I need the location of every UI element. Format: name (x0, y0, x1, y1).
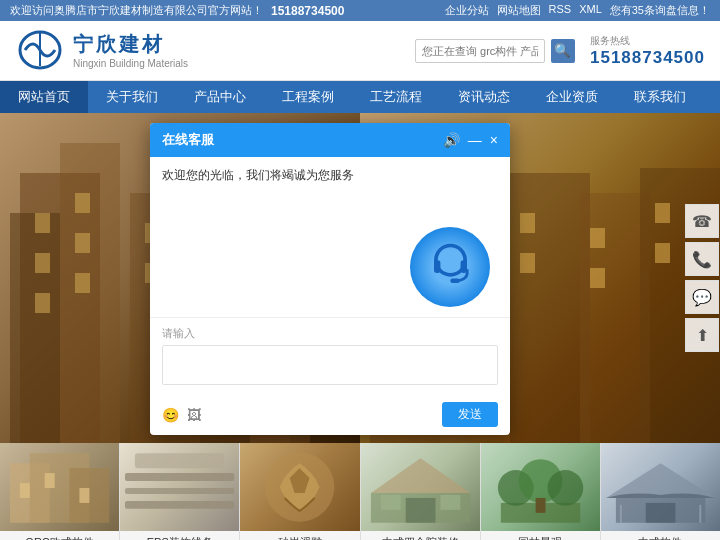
nav-item-about[interactable]: 关于我们 (88, 81, 176, 113)
svg-rect-44 (125, 473, 234, 481)
emoji-icon[interactable]: 😊 (162, 407, 179, 423)
float-call-button[interactable]: 📞 (685, 242, 719, 276)
nav-item-qualifications[interactable]: 企业资质 (528, 81, 616, 113)
svg-rect-42 (45, 473, 55, 488)
logo-icon (15, 28, 65, 73)
svg-rect-33 (655, 243, 670, 263)
float-phone-button[interactable]: ☎ (685, 204, 719, 238)
product-item-eps[interactable]: EPS装饰线条 (120, 443, 240, 540)
nav-item-home[interactable]: 网站首页 (0, 81, 88, 113)
banner-link-sitemap[interactable]: 网站地图 (497, 3, 541, 18)
banner-link-rss[interactable]: RSS (549, 3, 572, 18)
product-item-chinese[interactable]: 中式构件 (601, 443, 720, 540)
float-top-button[interactable]: ⬆ (685, 318, 719, 352)
product-label-garden: 园林景观 (481, 531, 600, 540)
svg-rect-47 (135, 453, 224, 468)
product-thumb-grc (0, 443, 119, 531)
image-icon[interactable]: 🖼 (187, 407, 201, 423)
navigation: 网站首页 关于我们 产品中心 工程案例 工艺流程 资讯动态 企业资质 联系我们 (0, 81, 720, 113)
product-label-courtyard: 中式四合院装修 (361, 531, 480, 540)
svg-rect-41 (20, 483, 30, 498)
product-label-grc: GRC欧式构件 (0, 531, 119, 540)
product-item-sandstone[interactable]: 砂岩浮雕 (240, 443, 360, 540)
nav-item-projects[interactable]: 工程案例 (264, 81, 352, 113)
product-grid: GRC欧式构件 EPS装饰线条 砂岩浮雕 (0, 443, 720, 540)
banner-left: 欢迎访问奥腾店市宁欣建材制造有限公司官方网站！ 15188734500 (10, 3, 344, 18)
chat-mute-button[interactable]: 🔊 (443, 132, 460, 148)
logo-text: 宁欣建材 Ningxin Building Materials (73, 31, 188, 70)
svg-rect-52 (380, 495, 400, 510)
nav-item-news[interactable]: 资讯动态 (440, 81, 528, 113)
svg-marker-60 (606, 463, 715, 498)
search-area: 🔍 (188, 39, 575, 63)
logo-en: Ningxin Building Materials (73, 57, 188, 70)
product-thumb-courtyard (361, 443, 480, 531)
product-thumb-sandstone (240, 443, 359, 531)
svg-rect-53 (440, 495, 460, 510)
logo-area: 宁欣建材 Ningxin Building Materials (15, 28, 188, 73)
header: 宁欣建材 Ningxin Building Materials 🔍 服务热线 1… (0, 21, 720, 81)
chat-minimize-button[interactable]: — (468, 132, 482, 148)
chat-input-label: 请输入 (162, 326, 498, 341)
svg-rect-7 (35, 213, 50, 233)
svg-rect-61 (646, 503, 676, 523)
product-item-garden[interactable]: 园林景观 (481, 443, 601, 540)
product-label-chinese: 中式构件 (601, 531, 720, 540)
chat-avatar (410, 227, 490, 307)
float-message-button[interactable]: 💬 (685, 280, 719, 314)
top-banner: 欢迎访问奥腾店市宁欣建材制造有限公司官方网站！ 15188734500 企业分站… (0, 0, 720, 21)
svg-rect-46 (125, 501, 234, 509)
service-phone: 15188734500 (590, 48, 705, 68)
svg-rect-10 (75, 193, 90, 213)
search-button[interactable]: 🔍 (551, 39, 575, 63)
chat-welcome-text: 欢迎您的光临，我们将竭诚为您服务 (162, 167, 498, 184)
product-label-eps: EPS装饰线条 (120, 531, 239, 540)
chat-header: 在线客服 🔊 — × (150, 123, 510, 157)
svg-rect-45 (125, 488, 234, 494)
main-content: 在线客服 🔊 — × 欢迎您的光临，我们将竭诚为您服务 (0, 113, 720, 443)
svg-rect-32 (655, 203, 670, 223)
chat-title: 在线客服 (162, 131, 214, 149)
chat-close-button[interactable]: × (490, 132, 498, 148)
logo-cn: 宁欣建材 (73, 31, 188, 57)
banner-link-xml[interactable]: XML (579, 3, 602, 18)
svg-rect-37 (450, 278, 459, 283)
banner-link-inquiries[interactable]: 您有35条询盘信息！ (610, 3, 710, 18)
banner-phone[interactable]: 15188734500 (271, 4, 344, 18)
nav-item-process[interactable]: 工艺流程 (352, 81, 440, 113)
svg-rect-9 (35, 293, 50, 313)
svg-rect-35 (434, 260, 440, 273)
svg-rect-28 (520, 213, 535, 233)
svg-rect-29 (520, 253, 535, 273)
svg-rect-30 (590, 228, 605, 248)
nav-item-contact[interactable]: 联系我们 (616, 81, 704, 113)
product-thumb-eps (120, 443, 239, 531)
chat-controls: 🔊 — × (443, 132, 498, 148)
service-label: 服务热线 (590, 34, 630, 48)
svg-rect-58 (535, 498, 545, 513)
chat-body: 欢迎您的光临，我们将竭诚为您服务 (150, 157, 510, 217)
svg-rect-43 (79, 488, 89, 503)
float-sidebar: ☎ 📞 💬 ⬆ (684, 113, 720, 443)
product-thumb-garden (481, 443, 600, 531)
chat-input[interactable] (162, 345, 498, 385)
svg-rect-8 (35, 253, 50, 273)
svg-rect-31 (590, 268, 605, 288)
chat-input-area: 请输入 (150, 317, 510, 396)
svg-point-57 (547, 470, 583, 506)
product-label-sandstone: 砂岩浮雕 (240, 531, 359, 540)
svg-marker-50 (370, 458, 469, 493)
product-item-grc[interactable]: GRC欧式构件 (0, 443, 120, 540)
svg-rect-11 (75, 233, 90, 253)
chat-widget: 在线客服 🔊 — × 欢迎您的光临，我们将竭诚为您服务 (150, 123, 510, 435)
send-button[interactable]: 发送 (442, 402, 498, 427)
product-item-courtyard[interactable]: 中式四合院装修 (361, 443, 481, 540)
banner-link-branch[interactable]: 企业分站 (445, 3, 489, 18)
svg-rect-51 (405, 498, 435, 523)
headset-icon (423, 240, 478, 295)
search-input[interactable] (415, 39, 545, 63)
nav-item-products[interactable]: 产品中心 (176, 81, 264, 113)
banner-right: 企业分站 网站地图 RSS XML 您有35条询盘信息！ (445, 3, 711, 18)
chat-toolbar: 😊 🖼 发送 (150, 396, 510, 435)
chat-tools: 😊 🖼 (162, 407, 201, 423)
